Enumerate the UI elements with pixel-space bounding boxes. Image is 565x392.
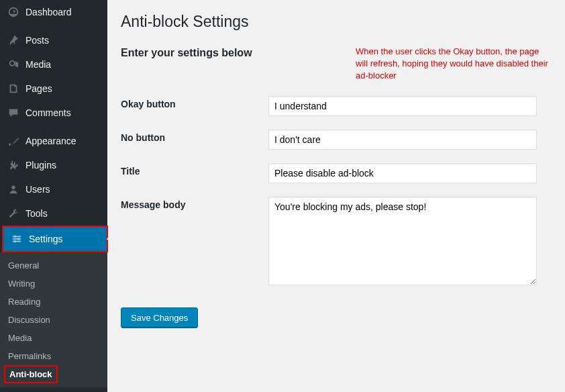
media-icon bbox=[7, 58, 20, 71]
submenu-item-antiblock[interactable]: Anti-block bbox=[5, 366, 56, 382]
svg-point-5 bbox=[14, 236, 17, 238]
sidebar-item-settings[interactable]: Settings bbox=[3, 227, 107, 251]
sidebar-item-pages[interactable]: Pages bbox=[0, 77, 107, 101]
title-input[interactable] bbox=[268, 163, 537, 183]
settings-submenu: General Writing Reading Discussion Media… bbox=[0, 252, 107, 387]
submenu-item-media[interactable]: Media bbox=[0, 329, 107, 347]
page-title: Anti-block Settings bbox=[121, 7, 552, 34]
comments-icon bbox=[7, 106, 20, 119]
sidebar-label: Users bbox=[25, 184, 50, 195]
plugin-icon bbox=[7, 158, 20, 172]
message-body-textarea[interactable] bbox=[268, 197, 537, 285]
submenu-item-discussion[interactable]: Discussion bbox=[0, 311, 107, 329]
help-note: When the user clicks the Okay button, th… bbox=[356, 46, 552, 83]
message-body-label: Message body bbox=[121, 197, 268, 210]
admin-sidebar: Dashboard Posts Media Pages Comments App… bbox=[0, 0, 107, 392]
svg-point-0 bbox=[10, 61, 15, 66]
sidebar-label: Settings bbox=[29, 234, 63, 244]
okay-button-input[interactable] bbox=[268, 96, 537, 116]
submenu-item-writing[interactable]: Writing bbox=[0, 275, 107, 293]
okay-button-label: Okay button bbox=[121, 96, 268, 109]
page-content: Anti-block Settings Enter your settings … bbox=[107, 0, 565, 392]
sidebar-label: Dashboard bbox=[25, 7, 72, 17]
sidebar-label: Posts bbox=[25, 35, 49, 46]
no-button-input[interactable] bbox=[268, 130, 537, 150]
sidebar-item-tools[interactable]: Tools bbox=[0, 201, 107, 226]
dashboard-icon bbox=[7, 5, 20, 19]
wrench-icon bbox=[7, 207, 20, 220]
svg-point-6 bbox=[17, 238, 20, 240]
sidebar-item-dashboard[interactable]: Dashboard bbox=[0, 0, 107, 24]
svg-point-1 bbox=[11, 186, 15, 189]
pin-icon bbox=[7, 34, 20, 47]
no-button-label: No button bbox=[121, 130, 268, 143]
svg-point-7 bbox=[14, 240, 17, 243]
sidebar-item-appearance[interactable]: Appearance bbox=[0, 129, 107, 153]
save-changes-button[interactable]: Save Changes bbox=[121, 307, 198, 328]
title-field-label: Title bbox=[121, 163, 268, 177]
sidebar-label: Pages bbox=[25, 83, 52, 94]
brush-icon bbox=[7, 134, 20, 148]
pages-icon bbox=[7, 82, 20, 95]
settings-icon bbox=[10, 232, 23, 246]
page-subtitle: Enter your settings below bbox=[121, 47, 356, 59]
sidebar-item-posts[interactable]: Posts bbox=[0, 28, 107, 52]
sidebar-label: Media bbox=[25, 59, 51, 70]
sidebar-item-plugins[interactable]: Plugins bbox=[0, 153, 107, 177]
submenu-item-permalinks[interactable]: Permalinks bbox=[0, 347, 107, 365]
sidebar-label: Tools bbox=[25, 208, 48, 219]
sidebar-item-media[interactable]: Media bbox=[0, 52, 107, 77]
submenu-item-general[interactable]: General bbox=[0, 256, 107, 275]
sidebar-label: Appearance bbox=[25, 136, 76, 146]
sidebar-item-comments[interactable]: Comments bbox=[0, 101, 107, 125]
user-icon bbox=[7, 183, 20, 196]
sidebar-item-users[interactable]: Users bbox=[0, 177, 107, 201]
sidebar-label: Comments bbox=[25, 107, 71, 118]
sidebar-label: Plugins bbox=[25, 160, 56, 170]
submenu-item-reading[interactable]: Reading bbox=[0, 293, 107, 311]
